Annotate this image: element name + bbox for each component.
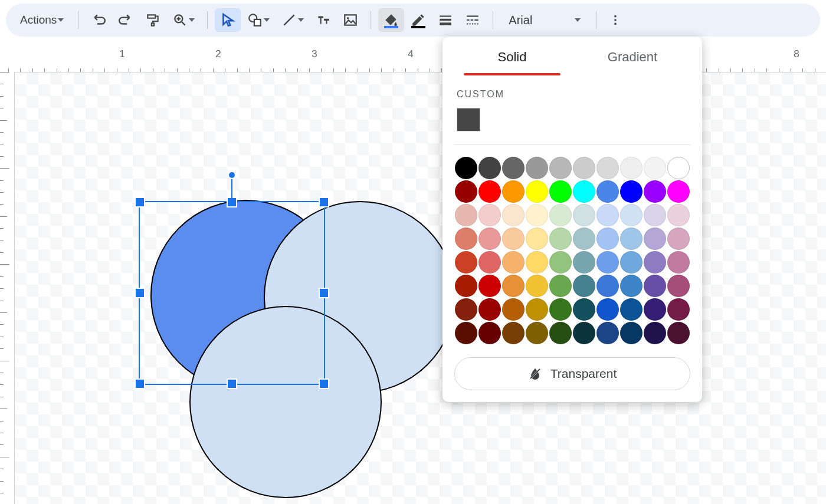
color-swatch[interactable] bbox=[549, 251, 572, 274]
resize-handle[interactable] bbox=[319, 378, 329, 389]
undo-button[interactable] bbox=[86, 8, 112, 32]
color-swatch[interactable] bbox=[644, 157, 666, 179]
border-weight-button[interactable] bbox=[432, 8, 458, 32]
color-swatch[interactable] bbox=[573, 251, 595, 274]
color-swatch[interactable] bbox=[526, 251, 548, 274]
color-swatch[interactable] bbox=[573, 275, 595, 297]
actions-menu-button[interactable]: Actions bbox=[13, 8, 71, 32]
color-swatch[interactable] bbox=[478, 228, 501, 250]
color-swatch[interactable] bbox=[667, 228, 690, 250]
color-swatch[interactable] bbox=[478, 298, 501, 321]
color-swatch[interactable] bbox=[526, 157, 548, 179]
shape-tool-button[interactable] bbox=[242, 8, 275, 32]
color-swatch[interactable] bbox=[667, 275, 690, 297]
tab-solid[interactable]: Solid bbox=[452, 37, 572, 75]
color-swatch[interactable] bbox=[526, 275, 548, 297]
color-swatch[interactable] bbox=[573, 298, 595, 321]
color-swatch[interactable] bbox=[573, 322, 595, 344]
drawing-canvas[interactable] bbox=[14, 72, 826, 504]
color-swatch[interactable] bbox=[644, 204, 666, 226]
resize-handle[interactable] bbox=[135, 378, 145, 389]
color-swatch[interactable] bbox=[667, 298, 690, 321]
color-swatch[interactable] bbox=[455, 157, 477, 179]
textbox-tool-button[interactable] bbox=[310, 8, 336, 32]
color-swatch[interactable] bbox=[455, 298, 477, 321]
color-swatch[interactable] bbox=[620, 180, 643, 203]
color-swatch[interactable] bbox=[573, 204, 595, 226]
color-swatch[interactable] bbox=[455, 228, 477, 250]
color-swatch[interactable] bbox=[667, 322, 690, 344]
color-swatch[interactable] bbox=[644, 298, 666, 321]
color-swatch[interactable] bbox=[573, 228, 595, 250]
custom-color-swatch[interactable] bbox=[457, 108, 480, 131]
color-swatch[interactable] bbox=[526, 298, 548, 321]
color-swatch[interactable] bbox=[596, 204, 619, 226]
resize-handle[interactable] bbox=[319, 288, 329, 298]
color-swatch[interactable] bbox=[596, 275, 619, 297]
color-swatch[interactable] bbox=[644, 180, 666, 203]
tab-gradient[interactable]: Gradient bbox=[572, 37, 693, 75]
color-swatch[interactable] bbox=[573, 180, 595, 203]
color-swatch[interactable] bbox=[478, 322, 501, 344]
color-swatch[interactable] bbox=[502, 275, 525, 297]
color-swatch[interactable] bbox=[478, 275, 501, 297]
color-swatch[interactable] bbox=[455, 322, 477, 344]
color-swatch[interactable] bbox=[526, 228, 548, 250]
color-swatch[interactable] bbox=[549, 322, 572, 344]
color-swatch[interactable] bbox=[573, 157, 595, 179]
color-swatch[interactable] bbox=[667, 204, 690, 226]
color-swatch[interactable] bbox=[478, 180, 501, 203]
color-swatch[interactable] bbox=[667, 157, 690, 179]
color-swatch[interactable] bbox=[549, 228, 572, 250]
color-swatch[interactable] bbox=[596, 298, 619, 321]
color-swatch[interactable] bbox=[549, 180, 572, 203]
color-swatch[interactable] bbox=[549, 204, 572, 226]
color-swatch[interactable] bbox=[596, 180, 619, 203]
resize-handle[interactable] bbox=[319, 197, 329, 207]
fill-color-button[interactable] bbox=[378, 8, 404, 32]
color-swatch[interactable] bbox=[549, 157, 572, 179]
rotate-handle[interactable] bbox=[228, 171, 236, 179]
color-swatch[interactable] bbox=[502, 228, 525, 250]
color-swatch[interactable] bbox=[455, 180, 477, 203]
color-swatch[interactable] bbox=[644, 275, 666, 297]
border-color-button[interactable] bbox=[405, 8, 431, 32]
color-swatch[interactable] bbox=[549, 298, 572, 321]
resize-handle[interactable] bbox=[135, 288, 145, 298]
color-swatch[interactable] bbox=[667, 251, 690, 274]
color-swatch[interactable] bbox=[478, 157, 501, 179]
select-tool-button[interactable] bbox=[215, 8, 241, 32]
color-swatch[interactable] bbox=[596, 322, 619, 344]
color-swatch[interactable] bbox=[644, 251, 666, 274]
color-swatch[interactable] bbox=[620, 157, 643, 179]
color-swatch[interactable] bbox=[478, 251, 501, 274]
more-tools-button[interactable] bbox=[604, 14, 627, 27]
paint-format-button[interactable] bbox=[140, 8, 166, 32]
color-swatch[interactable] bbox=[478, 204, 501, 226]
line-tool-button[interactable] bbox=[276, 8, 309, 32]
color-swatch[interactable] bbox=[502, 180, 525, 203]
color-swatch[interactable] bbox=[620, 228, 643, 250]
zoom-button[interactable] bbox=[167, 8, 200, 32]
color-swatch[interactable] bbox=[455, 251, 477, 274]
color-swatch[interactable] bbox=[502, 251, 525, 274]
color-swatch[interactable] bbox=[620, 204, 643, 226]
color-swatch[interactable] bbox=[644, 228, 666, 250]
resize-handle[interactable] bbox=[135, 197, 145, 207]
color-swatch[interactable] bbox=[526, 322, 548, 344]
color-swatch[interactable] bbox=[549, 275, 572, 297]
color-swatch[interactable] bbox=[620, 298, 643, 321]
color-swatch[interactable] bbox=[620, 251, 643, 274]
resize-handle[interactable] bbox=[227, 378, 237, 389]
font-family-select[interactable]: Arial bbox=[500, 8, 589, 32]
border-dash-button[interactable] bbox=[460, 8, 486, 32]
color-swatch[interactable] bbox=[455, 204, 477, 226]
color-swatch[interactable] bbox=[667, 180, 690, 203]
color-swatch[interactable] bbox=[620, 275, 643, 297]
color-swatch[interactable] bbox=[620, 322, 643, 344]
image-tool-button[interactable] bbox=[337, 8, 363, 32]
redo-button[interactable] bbox=[113, 8, 139, 32]
color-swatch[interactable] bbox=[502, 204, 525, 226]
color-swatch[interactable] bbox=[502, 157, 525, 179]
color-swatch[interactable] bbox=[502, 298, 525, 321]
